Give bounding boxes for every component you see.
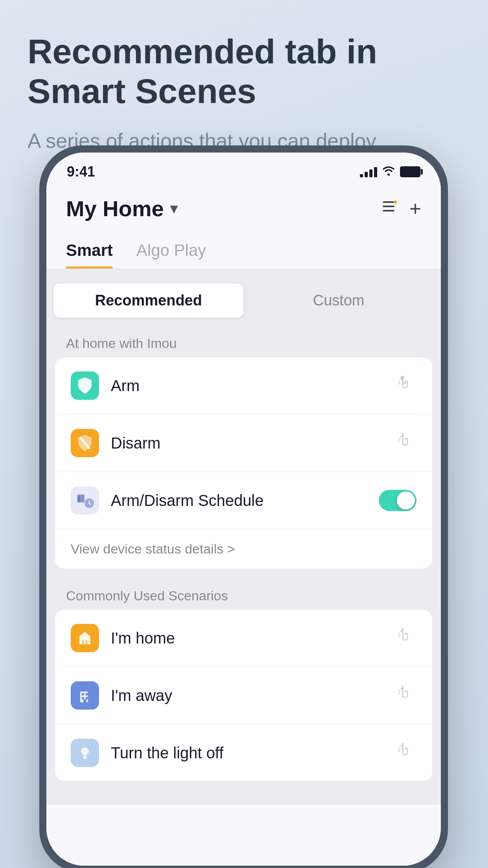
svg-point-28 — [400, 688, 402, 690]
home-title-container[interactable]: My Home ▾ — [66, 196, 177, 221]
svg-rect-27 — [83, 699, 86, 702]
schedule-icon — [71, 486, 99, 515]
svg-point-19 — [400, 631, 402, 632]
tap-icon — [391, 625, 416, 651]
header-actions: + — [380, 197, 421, 221]
battery-icon — [400, 166, 420, 177]
im-home-label: I'm home — [111, 629, 391, 647]
list-item[interactable]: Arm — [55, 357, 432, 414]
svg-point-21 — [398, 635, 400, 637]
home-title-text: My Home — [66, 196, 164, 221]
app-header: My Home ▾ + — [46, 184, 441, 233]
svg-point-9 — [400, 436, 402, 437]
list-item[interactable]: Disarm — [55, 415, 432, 472]
arm-label: Arm — [111, 377, 391, 395]
svg-rect-1 — [383, 201, 394, 203]
shield-icon — [71, 371, 99, 400]
commonly-used-card: I'm home — [55, 610, 432, 781]
main-tabs: Smart Algo Play — [46, 233, 441, 269]
im-away-label: I'm away — [111, 687, 391, 704]
section-at-home-label: At home with Imou — [46, 324, 441, 357]
list-item[interactable]: Turn the light off — [55, 725, 432, 781]
svg-rect-24 — [86, 693, 88, 695]
scroll-content: Recommended Custom At home with Imou — [46, 269, 441, 805]
svg-point-7 — [398, 383, 400, 384]
tap-icon — [391, 373, 416, 398]
svg-point-5 — [400, 378, 402, 380]
disarm-label: Disarm — [111, 434, 391, 452]
tab-custom[interactable]: Custom — [244, 283, 434, 318]
svg-point-35 — [399, 748, 400, 749]
svg-point-10 — [399, 438, 400, 440]
schedule-label: Arm/Disarm Schedule — [111, 492, 379, 509]
svg-rect-26 — [86, 697, 88, 699]
tap-icon — [391, 740, 416, 765]
phone-frame: 9:41 — [39, 145, 448, 868]
svg-point-29 — [399, 690, 400, 692]
list-icon[interactable] — [380, 197, 398, 220]
section-commonly-used-label: Commonly Used Scenarios — [46, 576, 441, 610]
svg-point-34 — [400, 745, 402, 747]
list-item[interactable]: Arm/Disarm Schedule — [55, 472, 432, 529]
toggle-knob — [397, 491, 415, 509]
svg-point-11 — [398, 440, 400, 442]
at-home-card: Arm — [55, 357, 432, 568]
tab-algo-play[interactable]: Algo Play — [136, 233, 206, 268]
sub-tabs: Recommended Custom — [53, 283, 434, 318]
chevron-down-icon: ▾ — [170, 200, 177, 217]
tap-icon — [391, 683, 416, 708]
phone-screen: 9:41 — [46, 153, 441, 866]
svg-point-36 — [398, 750, 400, 752]
svg-point-31 — [81, 747, 89, 755]
status-icons — [360, 165, 420, 179]
status-time: 9:41 — [67, 164, 95, 180]
svg-rect-14 — [80, 495, 82, 502]
svg-rect-25 — [82, 697, 84, 699]
app-content: My Home ▾ + — [46, 184, 441, 866]
status-bar: 9:41 — [46, 153, 441, 184]
svg-rect-4 — [394, 200, 397, 204]
svg-point-30 — [398, 693, 400, 694]
arm-disarm-toggle[interactable] — [379, 490, 416, 511]
view-details-link[interactable]: View device status details > — [55, 529, 432, 568]
home-orange-icon — [71, 624, 99, 652]
svg-rect-2 — [383, 206, 394, 207]
tab-smart[interactable]: Smart — [66, 233, 113, 268]
away-icon — [71, 681, 99, 710]
svg-point-0 — [387, 173, 390, 176]
svg-rect-3 — [383, 210, 394, 211]
tap-icon — [391, 430, 416, 456]
turn-light-off-label: Turn the light off — [111, 744, 391, 762]
page-title: Recommended tab in Smart Scenes — [28, 31, 460, 111]
tab-recommended[interactable]: Recommended — [53, 283, 244, 318]
wifi-icon — [382, 165, 395, 179]
svg-rect-18 — [83, 640, 86, 644]
svg-rect-13 — [77, 495, 80, 502]
list-item[interactable]: I'm away — [55, 667, 432, 724]
svg-point-6 — [399, 381, 400, 382]
svg-rect-23 — [82, 693, 84, 695]
sub-tabs-container: Recommended Custom — [46, 277, 441, 324]
signal-icon — [360, 166, 377, 177]
svg-point-20 — [399, 633, 400, 634]
disarm-icon — [71, 429, 99, 457]
list-item[interactable]: I'm home — [55, 610, 432, 667]
add-icon[interactable]: + — [409, 197, 421, 221]
light-icon — [71, 739, 99, 767]
